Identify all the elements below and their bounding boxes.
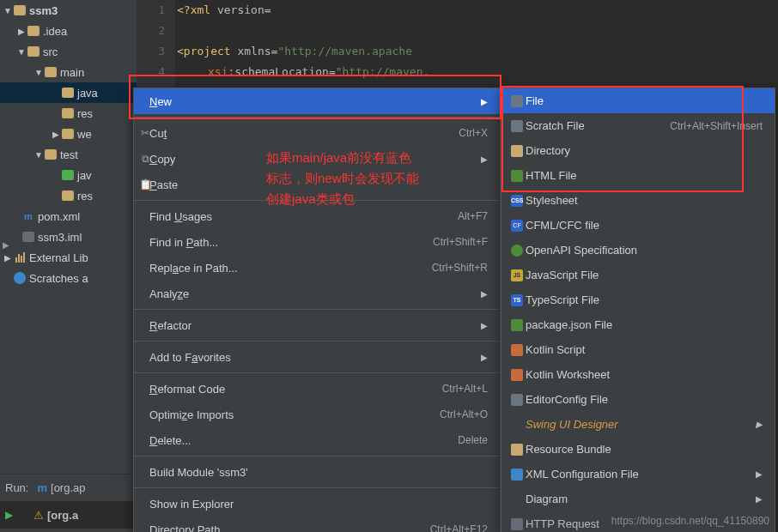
tree-row-webapp[interactable]: ▶ we bbox=[0, 124, 137, 144]
shortcut: Ctrl+Shift+F bbox=[433, 236, 488, 248]
separator bbox=[134, 117, 500, 118]
ctx-item-copy[interactable]: ⧉ Copy ▶ bbox=[134, 146, 500, 172]
context-label: Find in Path... bbox=[149, 236, 433, 249]
ctx-item-show-explorer[interactable]: Show in Explorer bbox=[134, 491, 500, 517]
sub-item-js[interactable]: JS JavaScript File bbox=[501, 263, 775, 287]
xml-icon bbox=[508, 469, 526, 481]
play-icon[interactable]: ▶ bbox=[5, 509, 13, 521]
tree-label: External Lib bbox=[29, 251, 88, 264]
sub-label: File bbox=[526, 94, 763, 107]
ctx-item-build-module[interactable]: Build Module 'ssm3' bbox=[134, 459, 500, 485]
ctx-item-replace-in-path[interactable]: Replace in Path... Ctrl+Shift+R bbox=[134, 255, 500, 281]
tree-row-main[interactable]: ▼ main bbox=[0, 62, 137, 82]
tree-row-project[interactable]: ▼ ssm3 bbox=[0, 0, 137, 21]
css-icon: CSS bbox=[508, 195, 526, 207]
sub-item-kts[interactable]: Kotlin Script bbox=[501, 337, 775, 362]
sub-item-directory[interactable]: Directory bbox=[501, 138, 775, 163]
ctx-item-optimize[interactable]: Optimize Imports Ctrl+Alt+O bbox=[134, 402, 500, 427]
chevron-down-icon: ▼ bbox=[17, 47, 26, 57]
ctx-item-analyze[interactable]: Analyze ▶ bbox=[134, 281, 500, 306]
folder-icon bbox=[45, 148, 57, 160]
chevron-down-icon: ▼ bbox=[34, 68, 43, 77]
tree-row-idea[interactable]: ▶ .idea bbox=[0, 21, 137, 41]
run-toolwindow-header[interactable]: Run: m [org.ap bbox=[0, 474, 137, 501]
project-tree[interactable]: ▼ ssm3 ▶ .idea ▼ src ▼ main java res bbox=[0, 0, 137, 532]
ctx-item-delete[interactable]: Delete... Delete bbox=[134, 427, 500, 453]
editorconfig-icon bbox=[508, 394, 526, 406]
sub-item-cfml[interactable]: CF CFML/CFC file bbox=[501, 213, 775, 238]
sub-item-file[interactable]: File bbox=[501, 88, 775, 113]
shortcut: Ctrl+Shift+R bbox=[432, 262, 488, 274]
sub-item-editorconfig[interactable]: EditorConfig File bbox=[501, 387, 775, 412]
sub-label: Kotlin Worksheet bbox=[526, 368, 763, 381]
context-label: Build Module 'ssm3' bbox=[149, 466, 488, 479]
maven-icon: m bbox=[22, 210, 34, 222]
sub-item-pkgjson[interactable]: package.json File bbox=[501, 312, 775, 337]
sub-label: Diagram bbox=[526, 493, 751, 505]
tree-label: java bbox=[77, 87, 98, 100]
tree-row-pom[interactable]: m pom.xml bbox=[0, 206, 137, 227]
new-submenu[interactable]: File Scratch File Ctrl+Alt+Shift+Insert … bbox=[501, 88, 775, 532]
run-config-name: [org.ap bbox=[51, 481, 85, 494]
tree-row-src[interactable]: ▼ src bbox=[0, 41, 137, 62]
package-json-icon bbox=[508, 319, 526, 331]
context-label: Find Usages bbox=[149, 210, 458, 223]
separator bbox=[134, 487, 500, 488]
maven-icon: m bbox=[37, 481, 47, 494]
left-gutter-controls[interactable]: ▶ bbox=[0, 240, 12, 252]
chevron-right-icon: ▶ bbox=[52, 130, 60, 139]
ctx-item-find-in-path[interactable]: Find in Path... Ctrl+Shift+F bbox=[134, 229, 500, 255]
context-menu[interactable]: New ▶ ✂ Cut Ctrl+X ⧉ Copy ▶ 📋 Paste Find… bbox=[133, 88, 501, 532]
kotlin-icon bbox=[508, 344, 526, 356]
sub-item-stylesheet[interactable]: CSS Stylesheet bbox=[501, 188, 775, 213]
run-toolwindow-row[interactable]: ▶ ⚠ [org.a bbox=[0, 501, 137, 529]
sub-label: Scratch File bbox=[526, 119, 670, 132]
tree-row-scratches[interactable]: Scratches a bbox=[0, 268, 137, 288]
tree-row-external[interactable]: ▶ External Lib bbox=[0, 247, 137, 268]
chevron-right-icon: ▶ bbox=[756, 420, 763, 429]
ctx-item-favorites[interactable]: Add to Favorites ▶ bbox=[134, 344, 500, 370]
separator bbox=[134, 372, 500, 373]
openapi-icon bbox=[508, 245, 526, 257]
html-icon bbox=[508, 170, 526, 182]
ctx-item-reformat[interactable]: Reformat Code Ctrl+Alt+L bbox=[134, 376, 500, 402]
sub-item-scratch[interactable]: Scratch File Ctrl+Alt+Shift+Insert bbox=[501, 113, 775, 138]
ctx-item-new[interactable]: New ▶ bbox=[134, 88, 500, 114]
code-line: xsi:schemaLocation="http://maven. bbox=[177, 62, 778, 82]
tree-row-java[interactable]: java bbox=[0, 82, 137, 103]
code-line bbox=[177, 21, 778, 41]
tree-row-test[interactable]: ▼ test bbox=[0, 144, 137, 165]
ctx-item-directory-path[interactable]: Directory Path Ctrl+Alt+F12 bbox=[134, 517, 500, 532]
ctx-item-refactor[interactable]: Refactor ▶ bbox=[134, 312, 500, 338]
source-folder-icon bbox=[62, 87, 74, 99]
chevron-right-icon: ▶ bbox=[481, 289, 488, 299]
editor-gutter: 1 2 3 4 5 bbox=[137, 0, 175, 94]
tree-row-iml[interactable]: ssm3.iml bbox=[0, 227, 137, 247]
sub-item-resource-bundle[interactable]: Resource Bundle bbox=[501, 437, 775, 462]
sub-label: Directory bbox=[526, 144, 763, 157]
chevron-right-icon[interactable]: ▶ bbox=[0, 240, 12, 252]
folder-icon bbox=[27, 25, 40, 37]
file-icon bbox=[508, 95, 526, 107]
ctx-item-cut[interactable]: ✂ Cut Ctrl+X bbox=[134, 120, 500, 146]
ctx-item-find-usages[interactable]: Find Usages Alt+F7 bbox=[134, 203, 500, 229]
sub-item-html[interactable]: HTML File bbox=[501, 163, 775, 188]
sub-label: Kotlin Script bbox=[526, 343, 763, 356]
scratch-icon bbox=[508, 120, 526, 132]
sub-label: TypeScript File bbox=[526, 293, 763, 306]
sub-item-xml-config[interactable]: XML Configuration File ▶ bbox=[501, 462, 775, 487]
sub-item-ktw[interactable]: Kotlin Worksheet bbox=[501, 362, 775, 387]
tree-row-resources[interactable]: res bbox=[0, 103, 137, 124]
web-folder-icon bbox=[62, 128, 74, 140]
sub-item-openapi[interactable]: OpenAPI Specification bbox=[501, 238, 775, 263]
sub-item-ts[interactable]: TS TypeScript File bbox=[501, 287, 775, 312]
tree-row-test-res[interactable]: res bbox=[0, 185, 137, 206]
context-label: aste bbox=[157, 178, 179, 191]
sub-label: JavaScript File bbox=[526, 269, 763, 281]
sub-item-diagram[interactable]: Diagram ▶ bbox=[501, 487, 775, 511]
context-label: Show in Explorer bbox=[149, 498, 488, 511]
ctx-item-paste[interactable]: 📋 Paste bbox=[134, 172, 500, 197]
tree-row-test-java[interactable]: jav bbox=[0, 165, 137, 185]
sub-item-swing-designer[interactable]: Swing UI Designer ▶ bbox=[501, 412, 775, 437]
separator bbox=[134, 309, 500, 310]
